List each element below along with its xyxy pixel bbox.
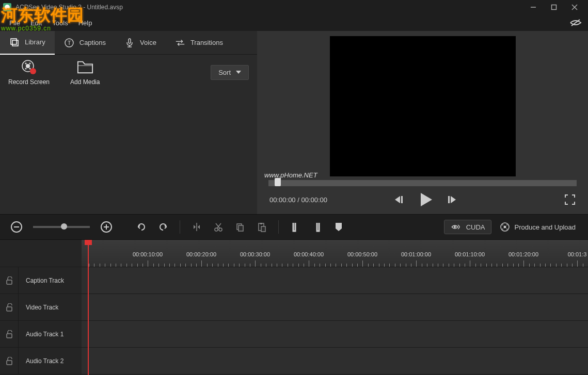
svg-rect-42 xyxy=(239,225,243,231)
tick-label: 00:00:40:00 xyxy=(294,251,324,257)
svg-rect-7 xyxy=(12,40,18,46)
svg-rect-25 xyxy=(401,196,403,203)
svg-rect-2 xyxy=(552,5,557,10)
svg-rect-10 xyxy=(129,39,131,43)
library-content-area[interactable] xyxy=(0,90,257,213)
record-screen-button[interactable]: Record Screen xyxy=(8,59,50,86)
svg-rect-54 xyxy=(7,307,12,311)
scrub-handle[interactable] xyxy=(275,178,281,186)
svg-point-52 xyxy=(506,229,507,230)
svg-text:T: T xyxy=(67,40,71,46)
svg-marker-36 xyxy=(198,225,200,229)
svg-point-0 xyxy=(5,5,10,10)
add-media-button[interactable]: Add Media xyxy=(70,59,100,86)
track-name: Audio Track 2 xyxy=(19,357,63,365)
prev-frame-button[interactable] xyxy=(393,193,405,206)
record-screen-icon xyxy=(21,59,37,75)
svg-point-20 xyxy=(29,68,31,70)
zoom-in-button[interactable] xyxy=(97,218,116,236)
produce-upload-button[interactable]: Produce and Upload xyxy=(495,219,581,235)
tab-voice[interactable]: Voice xyxy=(115,31,166,55)
maximize-button[interactable] xyxy=(544,0,564,14)
timeline-body[interactable]: 00:00:10:0000:00:20:0000:00:30:0000:00:4… xyxy=(82,240,588,375)
nvidia-icon xyxy=(451,223,462,231)
marker-button[interactable] xyxy=(329,218,348,236)
svg-point-49 xyxy=(502,224,503,225)
svg-marker-26 xyxy=(421,193,432,206)
play-button[interactable] xyxy=(417,191,434,208)
svg-point-48 xyxy=(504,226,506,229)
track-lane-video[interactable] xyxy=(82,294,588,321)
lock-icon[interactable] xyxy=(0,267,19,294)
tick-label: 00:01:00:00 xyxy=(401,251,431,257)
timeline-toolbar: CUDA Produce and Upload xyxy=(0,214,588,240)
tab-library[interactable]: Library xyxy=(0,31,55,55)
track-header-audio1[interactable]: Audio Track 1 xyxy=(0,321,82,348)
tab-captions-label: Captions xyxy=(80,39,106,46)
library-icon xyxy=(9,37,20,47)
mark-out-button[interactable] xyxy=(308,218,326,236)
sort-dropdown[interactable]: Sort xyxy=(211,65,249,80)
add-media-icon xyxy=(77,59,93,75)
window-title: ACDSee Video Studio 2 - Untitled.avsp xyxy=(15,4,523,11)
track-lane-caption[interactable] xyxy=(82,267,588,294)
sort-label: Sort xyxy=(218,69,231,76)
cut-button[interactable] xyxy=(209,218,228,236)
redo-button[interactable] xyxy=(154,218,172,236)
track-header-audio2[interactable]: Audio Track 2 xyxy=(0,348,82,374)
preview-mode-icon[interactable] xyxy=(567,17,584,29)
zoom-slider[interactable] xyxy=(33,226,90,228)
menu-tools[interactable]: Tools xyxy=(47,17,73,29)
preview-video[interactable] xyxy=(330,36,516,176)
cuda-button[interactable]: CUDA xyxy=(444,220,492,234)
add-media-label: Add Media xyxy=(70,78,100,86)
lock-icon[interactable] xyxy=(0,321,19,347)
record-screen-label: Record Screen xyxy=(8,78,50,86)
menu-help[interactable]: Help xyxy=(73,17,98,29)
zoom-out-button[interactable] xyxy=(7,218,26,236)
voice-icon xyxy=(124,38,135,48)
fullscreen-button[interactable] xyxy=(564,194,576,205)
svg-rect-27 xyxy=(448,196,450,203)
produce-label: Produce and Upload xyxy=(514,223,576,231)
playhead[interactable] xyxy=(88,240,89,375)
undo-button[interactable] xyxy=(132,218,151,236)
svg-rect-53 xyxy=(7,280,12,284)
menu-file[interactable]: File xyxy=(4,17,25,29)
ruler-header-spacer xyxy=(0,240,82,267)
mark-in-button[interactable] xyxy=(286,218,305,236)
track-lane-audio1[interactable] xyxy=(82,321,588,348)
zoom-handle[interactable] xyxy=(61,223,67,230)
svg-marker-35 xyxy=(194,225,196,229)
svg-point-16 xyxy=(26,64,30,68)
lock-icon[interactable] xyxy=(0,294,19,320)
tab-captions[interactable]: T Captions xyxy=(55,31,115,55)
tab-transitions[interactable]: Transitions xyxy=(166,31,232,55)
lock-icon[interactable] xyxy=(0,348,19,374)
svg-rect-44 xyxy=(260,223,262,224)
track-name: Caption Track xyxy=(19,277,64,284)
paste-button[interactable] xyxy=(252,218,271,236)
svg-marker-24 xyxy=(395,196,400,203)
svg-point-21 xyxy=(30,68,36,74)
split-button[interactable] xyxy=(187,218,206,236)
svg-marker-23 xyxy=(236,71,241,74)
track-lane-audio2[interactable] xyxy=(82,348,588,374)
left-panel: Library T Captions Voice Transitions xyxy=(0,31,257,214)
titlebar: ACDSee Video Studio 2 - Untitled.avsp xyxy=(0,0,588,14)
track-header-caption[interactable]: Caption Track xyxy=(0,267,82,294)
next-frame-button[interactable] xyxy=(446,193,458,206)
close-button[interactable] xyxy=(564,0,585,14)
svg-rect-56 xyxy=(7,361,12,365)
copy-button[interactable] xyxy=(231,218,249,236)
tick-label: 00:00:30:00 xyxy=(240,251,270,257)
preview-panel: www.pHome.NET 00:00:00 / 00:00:00 xyxy=(257,31,588,214)
menu-edit[interactable]: Edit xyxy=(25,17,47,29)
minimize-button[interactable] xyxy=(523,0,544,14)
scrub-bar[interactable] xyxy=(268,180,577,186)
tick-label: 00:00:50:00 xyxy=(347,251,377,257)
track-header-video[interactable]: Video Track xyxy=(0,294,82,321)
timeline-ruler[interactable]: 00:00:10:0000:00:20:0000:00:30:0000:00:4… xyxy=(82,240,588,267)
timeline: Caption Track Video Track Audio Track 1 … xyxy=(0,240,588,375)
playback-controls: 00:00:00 / 00:00:00 xyxy=(260,188,585,211)
